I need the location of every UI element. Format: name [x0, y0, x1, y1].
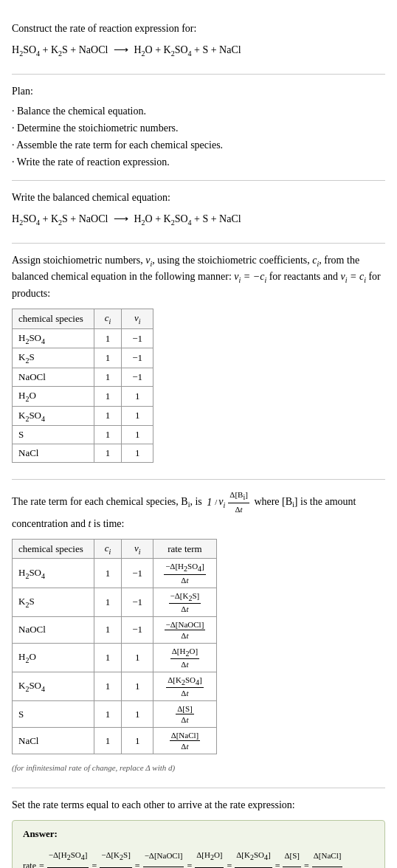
- c-k2s: 1: [94, 348, 122, 368]
- species-k2so4: K2SO4: [13, 406, 94, 426]
- rate-col-species: chemical species: [13, 539, 94, 559]
- eq7: =: [304, 855, 309, 868]
- plan-step-3: · Assemble the rate term for each chemic…: [12, 137, 385, 153]
- rate-footnote: (for infinitesimal rate of change, repla…: [12, 762, 385, 774]
- rate-word: rate: [23, 855, 36, 868]
- rt-nu-k2so4: 1: [122, 672, 153, 701]
- species-k2s: K2S: [13, 348, 94, 368]
- c-s: 1: [94, 426, 122, 444]
- rt-term-k2s: −Δ[K2S] Δt: [153, 588, 217, 616]
- rt-species-s: S: [13, 701, 94, 728]
- section-stoich: Assign stoichiometric numbers, νi, using…: [12, 244, 385, 480]
- rt-c-h2o: 1: [94, 643, 122, 672]
- plan-step-2: · Determine the stoichiometric numbers.: [12, 120, 385, 136]
- plan-step-4: · Write the rate of reaction expression.: [12, 154, 385, 170]
- rt-nu-naocl: −1: [122, 616, 153, 643]
- nu-s: 1: [122, 426, 153, 444]
- nu-h2o: 1: [122, 386, 153, 406]
- eq2: =: [92, 855, 97, 868]
- rt-term-h2so4: −Δ[H2SO4] Δt: [153, 559, 217, 588]
- eq5: =: [227, 855, 232, 868]
- balanced-title: Write the balanced chemical equation:: [12, 190, 385, 205]
- species-naocl: NaOCl: [13, 368, 94, 386]
- stoich-col-nu: νi: [122, 309, 153, 329]
- rate-col-term: rate term: [153, 539, 217, 559]
- rt-nu-h2o: 1: [122, 643, 153, 672]
- c-naocl: 1: [94, 368, 122, 386]
- answer-label: Answer:: [23, 828, 374, 840]
- rt-c-nacl: 1: [94, 728, 122, 754]
- rt-nu-nacl: 1: [122, 728, 153, 754]
- balanced-reaction: H2SO4 + K2S + NaOCl ⟶ H2O + K2SO4 + S + …: [12, 210, 385, 230]
- table-row: S 1 1 Δ[S] Δt: [13, 701, 217, 728]
- species-s: S: [13, 426, 94, 444]
- rt-term-h2o: Δ[H2O] Δt: [153, 643, 217, 672]
- rt-species-k2s: K2S: [13, 588, 94, 616]
- table-row: K2S 1 −1: [13, 348, 153, 368]
- rt-species-naocl: NaOCl: [13, 616, 94, 643]
- rt-nu-s: 1: [122, 701, 153, 728]
- stoich-table: chemical species ci νi H2SO4 1 −1 K2S 1 …: [12, 309, 153, 463]
- species-nacl: NaCl: [13, 444, 94, 463]
- rate-col-nu: νi: [122, 539, 153, 559]
- table-row: NaOCl 1 −1: [13, 368, 153, 386]
- rt-c-k2so4: 1: [94, 672, 122, 701]
- table-row: H2SO4 1 −1: [13, 328, 153, 348]
- construct-label: Construct the rate of reaction expressio…: [12, 21, 385, 36]
- nu-k2s: −1: [122, 348, 153, 368]
- nu-naocl: −1: [122, 368, 153, 386]
- section-balanced: Write the balanced chemical equation: H2…: [12, 181, 385, 244]
- eq4: =: [187, 855, 192, 868]
- table-row: S 1 1: [13, 426, 153, 444]
- rt-term-s: Δ[S] Δt: [153, 701, 217, 728]
- rt-species-h2so4: H2SO4: [13, 559, 94, 588]
- rt-c-s: 1: [94, 701, 122, 728]
- table-row: NaOCl 1 −1 −Δ[NaOCl] Δt: [13, 616, 217, 643]
- c-k2so4: 1: [94, 406, 122, 426]
- main-reaction: H2SO4 + K2S + NaOCl ⟶ H2O + K2SO4 + S + …: [12, 41, 385, 61]
- section-plan: Plan: · Balance the chemical equation. ·…: [12, 75, 385, 181]
- species-h2so4: H2SO4: [13, 328, 94, 348]
- rt-species-h2o: H2O: [13, 643, 94, 672]
- rt-c-h2so4: 1: [94, 559, 122, 588]
- table-row: H2SO4 1 −1 −Δ[H2SO4] Δt: [13, 559, 217, 588]
- rt-c-naocl: 1: [94, 616, 122, 643]
- stoich-intro: Assign stoichiometric numbers, νi, using…: [12, 252, 385, 302]
- rt-term-nacl: Δ[NaCl] Δt: [153, 728, 217, 754]
- table-row: NaCl 1 1: [13, 444, 153, 463]
- table-row: K2SO4 1 1 Δ[K2SO4] Δt: [13, 672, 217, 701]
- nu-h2so4: −1: [122, 328, 153, 348]
- final-title: Set the rate terms equal to each other t…: [12, 797, 385, 813]
- c-h2o: 1: [94, 386, 122, 406]
- table-row: K2S 1 −1 −Δ[K2S] Δt: [13, 588, 217, 616]
- nu-k2so4: 1: [122, 406, 153, 426]
- section-header: Construct the rate of reaction expressio…: [12, 12, 385, 75]
- plan-items: · Balance the chemical equation. · Deter…: [12, 103, 385, 170]
- rt-term-k2so4: Δ[K2SO4] Δt: [153, 672, 217, 701]
- stoich-col-c: ci: [94, 309, 122, 329]
- rate-table: chemical species ci νi rate term H2SO4 1…: [12, 539, 217, 754]
- rate-col-c: ci: [94, 539, 122, 559]
- stoich-col-species: chemical species: [13, 309, 94, 329]
- plan-title: Plan:: [12, 83, 385, 99]
- rate-term-intro: The rate term for each chemical species,…: [12, 489, 385, 531]
- c-nacl: 1: [94, 444, 122, 463]
- table-row: H2O 1 1 Δ[H2O] Δt: [13, 643, 217, 672]
- eq1: =: [39, 855, 44, 868]
- rt-species-nacl: NaCl: [13, 728, 94, 754]
- answer-box: Answer: rate = −Δ[H2SO4] Δt = −Δ[K2S] Δt…: [12, 820, 385, 868]
- table-row: K2SO4 1 1: [13, 406, 153, 426]
- eq3: =: [135, 855, 140, 868]
- table-row: H2O 1 1: [13, 386, 153, 406]
- rt-c-k2s: 1: [94, 588, 122, 616]
- rate-expression: rate = −Δ[H2SO4] Δt = −Δ[K2S] Δt = −Δ[Na…: [23, 844, 374, 868]
- species-h2o: H2O: [13, 386, 94, 406]
- rt-nu-h2so4: −1: [122, 559, 153, 588]
- section-rate-term: The rate term for each chemical species,…: [12, 480, 385, 788]
- eq6: =: [275, 855, 280, 868]
- c-h2so4: 1: [94, 328, 122, 348]
- rt-term-naocl: −Δ[NaOCl] Δt: [153, 616, 217, 643]
- rt-species-k2so4: K2SO4: [13, 672, 94, 701]
- nu-nacl: 1: [122, 444, 153, 463]
- rt-nu-k2s: −1: [122, 588, 153, 616]
